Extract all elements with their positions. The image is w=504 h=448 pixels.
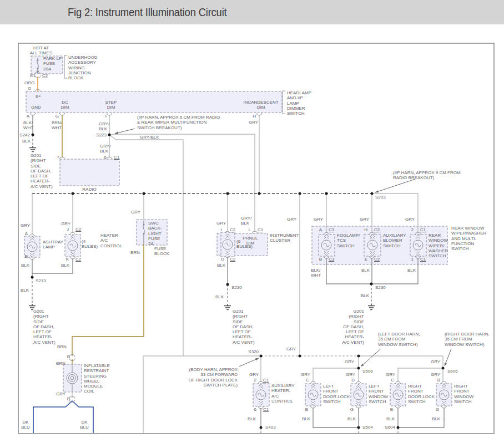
dot-s230-1 <box>226 283 229 286</box>
ground-g201-1-label: G201 (RIGHT SIDE OF DASH, LEFT OF HEATER… <box>31 153 53 189</box>
connector-c2-fuse[interactable]: C2 <box>42 73 48 78</box>
cluster-connector-c2-top[interactable]: C2 <box>230 227 235 232</box>
wire-blk-wht-fog: BLK/ WHT <box>311 268 321 278</box>
splice-s504: S504 <box>362 425 373 430</box>
fog-pin-b: B <box>319 257 322 262</box>
park-lp-fuse-dot-1 <box>37 59 38 61</box>
left-window-label: LEFT FRONT WINDOW SWITCH <box>369 384 388 404</box>
radio-label: RADIO <box>82 187 96 192</box>
lfw-pin-d: D <box>351 378 355 383</box>
heater-connector-c2-bot[interactable]: C2 <box>75 257 81 262</box>
ashtray-pin-b: B <box>25 254 28 259</box>
rfw-pin-b: B <box>437 378 440 383</box>
pin-dimmer-i-terminal <box>107 113 112 115</box>
aux-connector-c1-top[interactable]: C1 <box>263 378 269 383</box>
radio-connector-c1[interactable]: C1 <box>114 155 119 160</box>
pin-bplus: B+ <box>36 94 41 99</box>
wire-blk-heater: BLK <box>61 263 69 268</box>
cluster-pin-l: L <box>249 227 251 232</box>
pin-incandescent-dim: INCANDESCENT DIM <box>243 100 278 110</box>
swc-fuse-dot-1 <box>143 223 144 225</box>
coil-pin-b-bot: B <box>67 396 70 401</box>
fog-connector-c3-bot[interactable]: C3 <box>329 257 334 262</box>
foglamp-tcs-label: FOGLAMP/ TCS SWITCH <box>337 233 360 248</box>
swc-fuse-dot-2 <box>143 233 144 235</box>
wire-gry-h: GRY <box>249 120 258 125</box>
splice-s213: S213 <box>36 278 46 283</box>
wire-gry-mid: GRY <box>287 217 296 222</box>
note-right-door-harn: (RIGHT DOOR HARN, 35 CM FROM WINDOW SWIT… <box>445 332 490 347</box>
wire-gry-rdl: GRY <box>386 372 395 377</box>
arrow-note-s606-head <box>445 363 447 366</box>
circuit-o: O <box>28 86 31 91</box>
wiper-pin-1: 1 <box>411 257 414 262</box>
wire-blk-lfw: BLK <box>347 416 356 421</box>
aux-connector-c1-bot[interactable]: C1 <box>263 407 269 412</box>
cluster-pin-i: I <box>221 227 222 232</box>
dot-s242 <box>32 134 34 136</box>
splice-s604: S604 <box>385 425 395 430</box>
ground-g201-4 <box>368 304 375 310</box>
splice-s506: S506 <box>362 369 373 374</box>
junction-block-bracket <box>64 55 67 78</box>
fog-connector-c3-top[interactable]: C3 <box>329 227 334 232</box>
left-door-lock-label: LEFT FRONT DOOR LOCK SWITCH <box>323 384 350 404</box>
wire-blk-wht-1: BLK/ WHT <box>23 120 33 131</box>
wiper-pin-2: 2 <box>411 227 414 232</box>
coil-pin-b-top: B <box>67 354 70 359</box>
wire-blk-rfw: BLK <box>432 416 440 421</box>
dot-bus-swc <box>143 192 145 195</box>
radio-box <box>60 159 119 186</box>
wire-dk-blu-1: DK BLU <box>21 420 30 430</box>
pin-e1: E1 <box>30 73 36 78</box>
park-lp-fuse-dot-2 <box>37 68 38 69</box>
radio-pin-7: 7 <box>57 155 59 160</box>
cluster-pin-o: O <box>221 257 224 262</box>
note-left-door-harn: (LEFT DOOR HARN, 35 CM FROM WINDOW SWITC… <box>378 332 420 347</box>
arrow-note-s203 <box>375 179 415 192</box>
rw-container-label: REAR WINDOW WIPER/WASHER AND MULTI- FUNC… <box>451 226 486 251</box>
dot-s504 <box>357 426 360 429</box>
wire-gry-ldl: GRY <box>301 372 310 377</box>
wire-gry-bus2: GRY <box>286 347 296 352</box>
fog-pin-a: A <box>319 227 322 232</box>
heater-bulbs: (4 BULBS) <box>82 239 98 250</box>
wire-blk-1: BLK <box>22 139 31 144</box>
cluster-connector-c1[interactable]: C1 <box>258 227 263 232</box>
wiper-connector-c1-bot[interactable]: C1 <box>420 257 426 262</box>
pin-g: G <box>56 114 59 119</box>
splice-s606: S606 <box>447 369 458 374</box>
wire-dk-blu-2: DK BLU <box>80 420 89 430</box>
dimmer-switch-label: HEADLAMP AND I/P LAMP DIMMER SWITCH <box>287 90 311 116</box>
wire-gry-s606: GRY <box>431 359 440 364</box>
wire-blk-s213: BLK <box>21 288 29 293</box>
junction-block-label: UNDERHOOD ACCESSORY WIRING JUNCTION BLOC… <box>68 55 97 80</box>
wire-gry-blk-h: GRY/BLK <box>140 135 159 140</box>
dot-bus-heater <box>72 192 74 195</box>
wiper-connector-c1-top[interactable]: C1 <box>420 227 426 232</box>
wire-blk-aux: BLK <box>248 416 256 421</box>
blower-connector-c2-bot[interactable]: C2 <box>374 257 380 262</box>
wire-gry-blk-1: GRY/ BLK <box>99 121 109 132</box>
swc-fuse-label: SWC BACK- LIGHT FUSE 2A <box>148 221 162 246</box>
heater-pin-j: J <box>67 227 69 232</box>
wire-brn-wht: BRN/ WHT <box>52 120 62 131</box>
splice-s320: S320 <box>248 349 259 354</box>
pin-i: I <box>105 114 107 119</box>
prndl-dim-label: PRNDL DIM <box>243 236 258 246</box>
wiring-diagram: Fig 2: Instrument Illumination Circuit H… <box>0 0 504 448</box>
splice-s223: S223 <box>96 133 107 138</box>
splice-s230-1: S230 <box>231 285 242 290</box>
park-lp-fuse-label: PARK LP FUSE 20A <box>43 56 62 72</box>
wire-org-label: ORG <box>24 80 34 85</box>
cluster-connector-c2-bot[interactable]: C2 <box>230 257 235 262</box>
wire-brn-swc: BRN <box>130 250 140 255</box>
pin-dimmer-a-terminal <box>31 113 36 115</box>
dot-bus2-mid <box>299 355 301 358</box>
dot-s320 <box>260 355 263 358</box>
pin-a: A <box>27 114 29 119</box>
blower-connector-c2-top[interactable]: C2 <box>374 227 380 232</box>
heater-connector-c2-top[interactable]: C2 <box>75 227 81 232</box>
wire-blk-rdl: BLK <box>386 416 395 421</box>
dot-s403 <box>260 426 263 429</box>
